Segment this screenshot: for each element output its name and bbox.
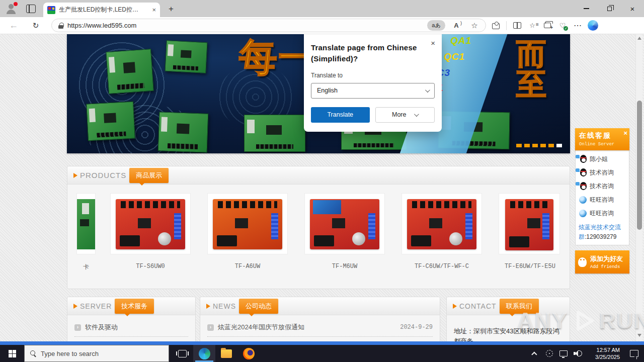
address-bar[interactable]: https://www.led595.com aあ A ☆ bbox=[51, 19, 486, 32]
add-friends-zh: 添加为好友 bbox=[590, 254, 623, 263]
url-text[interactable]: https://www.led595.com bbox=[67, 22, 423, 29]
product-name[interactable]: TF-S6UW0 bbox=[110, 263, 191, 271]
news-title-zh-badge[interactable]: 公司动态 bbox=[239, 299, 278, 314]
product-name[interactable]: TF-M6UW bbox=[304, 263, 385, 271]
service-contact[interactable]: 旺旺咨询 bbox=[579, 196, 626, 204]
arrow-right-icon bbox=[73, 304, 77, 309]
settings-more-icon[interactable]: ⋯ bbox=[570, 19, 585, 33]
product-name[interactable]: TF-E6UW/TF-E5U bbox=[499, 263, 561, 271]
action-center-button[interactable] bbox=[624, 345, 644, 362]
carousel-dot[interactable] bbox=[516, 144, 522, 147]
online-service-title-en: Online Server bbox=[579, 142, 625, 147]
refresh-button[interactable]: ↻ bbox=[28, 19, 43, 33]
show-hidden-icons-button[interactable] bbox=[528, 345, 542, 362]
arrow-right-icon bbox=[453, 304, 457, 309]
scroll-up-arrow[interactable] bbox=[637, 37, 641, 40]
site-favicon bbox=[47, 6, 55, 14]
tray-status-button[interactable] bbox=[542, 345, 556, 362]
products-title-zh-badge[interactable]: 商品展示 bbox=[129, 168, 169, 183]
service-contact[interactable]: 技术咨询 bbox=[579, 182, 626, 191]
led-controller-board-image bbox=[86, 102, 135, 141]
read-aloud-icon[interactable]: A bbox=[449, 20, 463, 31]
taskbar-clock[interactable]: 12:57 AM 3/25/2025 bbox=[587, 346, 620, 360]
news-item-title[interactable]: 炫蓝光2024年国庆节放假通知 bbox=[218, 323, 304, 332]
news-list-item[interactable]: › 炫蓝光2024年国庆节放假通知 2024-9-29 bbox=[207, 323, 433, 337]
extensions-icon[interactable] bbox=[488, 19, 503, 33]
browser-essentials-icon[interactable]: ♡ bbox=[555, 19, 570, 33]
new-tab-button[interactable]: + bbox=[166, 4, 176, 14]
scrollbar-thumb[interactable] bbox=[637, 101, 642, 230]
page-scrollbar[interactable] bbox=[635, 34, 642, 341]
contact-label[interactable]: 旺旺咨询 bbox=[590, 209, 614, 218]
translate-button[interactable]: Translate bbox=[311, 107, 370, 123]
tab-actions-menu-icon[interactable] bbox=[26, 5, 36, 13]
favorites-icon[interactable]: ☆ bbox=[525, 19, 540, 33]
carousel-dot[interactable] bbox=[540, 144, 546, 147]
group-name: 炫蓝光技术交流 bbox=[579, 224, 621, 231]
contact-label[interactable]: 技术咨询 bbox=[590, 182, 614, 191]
product-image[interactable] bbox=[401, 193, 482, 254]
add-friends-button[interactable]: 添加为好友 Add friends bbox=[575, 250, 629, 274]
window-close-button[interactable]: × bbox=[621, 0, 644, 17]
profile-icon-body bbox=[7, 10, 16, 14]
service-contact[interactable]: 技术咨询 bbox=[579, 168, 626, 177]
products-section: PRODUCTS 商品展示 卡 TF-S6UW0 TF-A6UW TF-M6UW… bbox=[67, 166, 570, 289]
contact-label[interactable]: 技术咨询 bbox=[590, 168, 614, 177]
taskbar-edge-button[interactable] bbox=[193, 345, 215, 362]
service-contact[interactable]: 陈小姐 bbox=[579, 155, 626, 163]
contact-label[interactable]: 旺旺咨询 bbox=[590, 196, 614, 204]
led-controller-board-image bbox=[106, 49, 154, 94]
task-view-button[interactable] bbox=[171, 345, 193, 362]
language-select[interactable]: English bbox=[311, 83, 435, 99]
taskbar-firefox-button[interactable] bbox=[237, 345, 260, 362]
server-list-item[interactable]: › 软件及驱动 bbox=[74, 323, 188, 337]
network-icon bbox=[559, 350, 568, 356]
network-button[interactable] bbox=[556, 345, 571, 362]
product-image[interactable] bbox=[110, 193, 191, 254]
carousel-dot[interactable] bbox=[532, 144, 538, 147]
taskbar-search-box[interactable]: Type here to search bbox=[24, 345, 169, 362]
product-name[interactable]: 卡 bbox=[76, 263, 96, 271]
start-button[interactable] bbox=[0, 345, 24, 362]
product-image[interactable] bbox=[207, 193, 288, 254]
carousel-dot[interactable] bbox=[524, 144, 530, 147]
carousel-dots bbox=[516, 144, 562, 147]
product-image[interactable] bbox=[76, 193, 96, 254]
tab-close-icon[interactable]: × bbox=[152, 6, 156, 14]
news-title-en: NEWS bbox=[213, 302, 236, 310]
window-minimize-button[interactable] bbox=[575, 0, 598, 17]
arrow-right-icon bbox=[206, 304, 210, 309]
scroll-down-arrow[interactable] bbox=[637, 334, 641, 337]
more-button[interactable]: More bbox=[375, 107, 435, 123]
chevron-down-icon bbox=[425, 87, 430, 93]
collections-icon[interactable] bbox=[540, 19, 555, 33]
product-name[interactable]: TF-C6UW/TF-WF-C bbox=[401, 263, 482, 271]
product-image[interactable] bbox=[304, 193, 385, 254]
page-footer-strip bbox=[0, 341, 644, 345]
copilot-icon[interactable] bbox=[585, 19, 600, 33]
products-title-en: PRODUCTS bbox=[80, 171, 126, 179]
translate-icon[interactable]: aあ bbox=[427, 20, 445, 31]
taskbar-file-explorer-button[interactable] bbox=[215, 345, 237, 362]
window-restore-button[interactable] bbox=[598, 0, 621, 17]
profile-button[interactable] bbox=[5, 3, 17, 15]
browser-titlebar: 生产批发LED控制卡,LED控制卡,G × + × bbox=[0, 0, 644, 17]
contact-label[interactable]: 陈小姐 bbox=[590, 155, 608, 163]
split-screen-icon[interactable] bbox=[510, 19, 525, 33]
carousel-dot-active[interactable] bbox=[556, 144, 562, 147]
news-header: NEWS 公司动态 bbox=[200, 297, 440, 315]
server-title-zh-badge[interactable]: 技术服务 bbox=[115, 299, 154, 314]
carousel-dot[interactable] bbox=[548, 144, 554, 147]
toolbar-divider bbox=[506, 21, 507, 30]
translate-to-label: Translate to bbox=[311, 72, 435, 79]
back-button[interactable]: ← bbox=[6, 19, 21, 33]
server-item-label[interactable]: 软件及驱动 bbox=[85, 323, 118, 332]
online-service-close-icon[interactable]: × bbox=[623, 129, 627, 137]
product-name[interactable]: TF-A6UW bbox=[207, 263, 288, 271]
translate-popup-close-icon[interactable]: × bbox=[431, 39, 435, 47]
product-image[interactable] bbox=[499, 193, 560, 254]
favorite-star-icon[interactable]: ☆ bbox=[467, 20, 481, 31]
volume-button[interactable] bbox=[571, 345, 585, 362]
service-contact[interactable]: 旺旺咨询 bbox=[579, 209, 626, 218]
browser-tab[interactable]: 生产批发LED控制卡,LED控制卡,G × bbox=[43, 3, 160, 17]
